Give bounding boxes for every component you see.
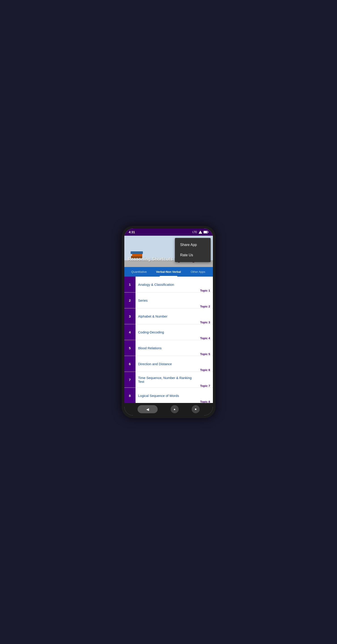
topic-content-3: Alphabet & Number xyxy=(136,312,200,320)
signal-icon xyxy=(198,230,202,234)
topic-label-5: Topic 5 xyxy=(200,352,213,356)
topic-row-1[interactable]: 1 Analogy & Classification Topic 1 xyxy=(124,276,213,292)
tab-quantitative[interactable]: Quantitative xyxy=(124,267,154,276)
topic-number-8: 8 xyxy=(124,388,136,403)
topic-number-6: 6 xyxy=(124,356,136,372)
topic-number-5: 5 xyxy=(124,340,136,356)
share-app-item[interactable]: Share App xyxy=(175,240,211,250)
topic-label-4: Topic 4 xyxy=(200,336,213,340)
topic-name-7: Time Sequence, Number & Ranking Test xyxy=(138,376,198,384)
phone-device: 4:31 LTE xyxy=(122,226,216,418)
topic-number-7: 7 xyxy=(124,372,136,388)
tab-other-apps[interactable]: Other Apps xyxy=(183,267,213,276)
header-image: Reasoning Shortcuts Share App Rate Us xyxy=(124,236,213,267)
topic-name-8: Logical Sequence of Words xyxy=(138,394,198,398)
status-time: 4:31 xyxy=(129,230,135,234)
phone-screen: 4:31 LTE xyxy=(124,228,213,416)
svg-rect-2 xyxy=(204,231,207,233)
topic-row-7[interactable]: 7 Time Sequence, Number & Ranking Test T… xyxy=(124,372,213,388)
bottom-nav: ◀ ● ■ xyxy=(124,403,213,416)
recents-icon: ■ xyxy=(195,408,196,411)
tab-verbal-non-verbal[interactable]: Verbal-Non Verbal xyxy=(154,267,183,276)
topic-name-6: Direction and Distance xyxy=(138,362,198,366)
back-button[interactable]: ◀ xyxy=(138,405,158,413)
topic-list: 1 Analogy & Classification Topic 1 2 Ser… xyxy=(124,276,213,403)
topic-name-3: Alphabet & Number xyxy=(138,314,198,318)
topic-name-4: Coding-Decoding xyxy=(138,330,198,334)
tab-bar: Quantitative Verbal-Non Verbal Other App… xyxy=(124,267,213,276)
topic-content-8: Logical Sequence of Words xyxy=(136,392,200,400)
rate-us-item[interactable]: Rate Us xyxy=(175,250,211,260)
topic-content-7: Time Sequence, Number & Ranking Test xyxy=(136,374,200,386)
home-button[interactable]: ● xyxy=(170,405,179,413)
topic-label-1: Topic 1 xyxy=(200,289,213,292)
topic-number-4: 4 xyxy=(124,324,136,340)
topic-row-3[interactable]: 3 Alphabet & Number Topic 3 xyxy=(124,308,213,324)
topic-name-1: Analogy & Classification xyxy=(138,283,198,286)
topic-label-8: Topic 8 xyxy=(200,400,213,403)
svg-marker-0 xyxy=(198,230,202,234)
svg-rect-8 xyxy=(130,251,143,254)
dropdown-menu: Share App Rate Us xyxy=(175,238,211,262)
app-title: Reasoning Shortcuts xyxy=(128,256,173,262)
topic-name-5: Blood Relations xyxy=(138,346,198,350)
home-icon: ● xyxy=(174,408,175,411)
topic-number-2: 2 xyxy=(124,292,136,308)
topic-content-1: Analogy & Classification xyxy=(136,280,200,289)
topic-row-6[interactable]: 6 Direction and Distance Topic 6 xyxy=(124,356,213,372)
lte-icon: LTE xyxy=(192,230,197,234)
topic-number-1: 1 xyxy=(124,276,136,292)
topic-row-2[interactable]: 2 Series Topic 2 xyxy=(124,292,213,308)
back-icon: ◀ xyxy=(146,407,149,412)
status-icons: LTE xyxy=(192,230,208,234)
topic-label-2: Topic 2 xyxy=(200,305,213,308)
topic-content-2: Series xyxy=(136,296,200,304)
topic-row-5[interactable]: 5 Blood Relations Topic 5 xyxy=(124,340,213,356)
topic-label-7: Topic 7 xyxy=(200,384,213,388)
recents-button[interactable]: ■ xyxy=(192,405,200,413)
topic-row-8[interactable]: 8 Logical Sequence of Words Topic 8 xyxy=(124,388,213,403)
topic-name-2: Series xyxy=(138,298,198,302)
topic-number-3: 3 xyxy=(124,308,136,324)
topic-content-6: Direction and Distance xyxy=(136,360,200,368)
svg-rect-3 xyxy=(208,232,208,232)
topic-label-3: Topic 3 xyxy=(200,321,213,324)
topic-row-4[interactable]: 4 Coding-Decoding Topic 4 xyxy=(124,324,213,340)
topic-content-4: Coding-Decoding xyxy=(136,328,200,336)
battery-icon xyxy=(204,231,208,234)
topic-content-5: Blood Relations xyxy=(136,344,200,352)
status-bar: 4:31 LTE xyxy=(124,228,213,236)
topic-label-6: Topic 6 xyxy=(200,368,213,372)
